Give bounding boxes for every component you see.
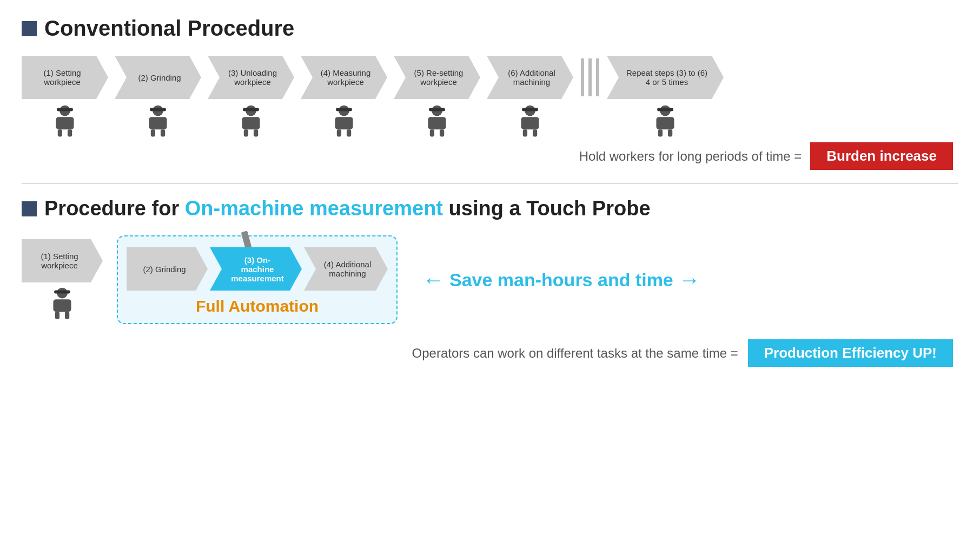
step4: (4) Measuring workpiece (301, 56, 387, 99)
burden-row: Hold workers for long periods of time = … (22, 142, 958, 170)
svg-rect-37 (55, 312, 59, 319)
section2-title-text: Procedure for On-machine measurement usi… (44, 197, 651, 220)
svg-rect-21 (428, 117, 446, 129)
svg-rect-24 (429, 108, 445, 111)
s2-step1: (1) Setting workpiece (22, 239, 103, 282)
section1-conventional: Conventional Procedure (1) Setting workp… (22, 16, 958, 184)
section1-title-text: Conventional Procedure (44, 16, 294, 41)
svg-rect-23 (440, 129, 444, 136)
step-wrapper-5: (5) Re-setting workpiece (394, 56, 480, 138)
svg-rect-7 (151, 129, 155, 136)
svg-rect-14 (243, 108, 259, 111)
step3: (3) Unloading workpiece (208, 56, 294, 99)
title-block-icon (22, 21, 37, 36)
s2-step2: (2) Grinding (127, 247, 208, 291)
step5: (5) Re-setting workpiece (394, 56, 480, 99)
step-repeat: Repeat steps (3) to (6) 4 or 5 times (607, 56, 724, 99)
svg-rect-22 (430, 129, 434, 136)
section2-title: Procedure for On-machine measurement usi… (22, 197, 958, 220)
save-text: Save man-hours and time (449, 269, 673, 291)
worker-icon-4 (330, 104, 357, 138)
worker-icon-6 (517, 104, 544, 138)
title-end: using a Touch Probe (443, 197, 651, 220)
s2-step3: (3) On-machine measurement (210, 247, 302, 291)
worker-icon-2 (144, 104, 171, 138)
svg-rect-38 (65, 312, 69, 319)
s2-step4: (4) Additional machining (304, 247, 388, 291)
svg-rect-26 (521, 117, 539, 129)
s2-step3-wrapper: (3) On-machine measurement (210, 247, 302, 291)
worker-icon-s2 (49, 287, 76, 320)
svg-rect-16 (335, 117, 353, 129)
step-wrapper-repeat: Repeat steps (3) to (6) 4 or 5 times (607, 56, 724, 138)
svg-rect-33 (668, 129, 672, 136)
svg-rect-39 (54, 291, 70, 294)
svg-rect-32 (658, 129, 663, 136)
svg-rect-3 (68, 129, 72, 136)
svg-rect-17 (337, 129, 341, 136)
step6: (6) Additional machining (487, 56, 573, 99)
svg-rect-19 (336, 108, 352, 111)
worker-icon-repeat (652, 104, 679, 138)
svg-rect-36 (53, 299, 71, 312)
s2-step1-wrapper: (1) Setting workpiece (22, 239, 103, 320)
worker-icon-5 (423, 104, 451, 138)
efficiency-badge: Production Efficiency UP! (748, 339, 953, 367)
bottom-row: Operators can work on different tasks at… (22, 339, 958, 367)
svg-rect-13 (254, 129, 258, 136)
step-wrapper-1: (1) Setting workpiece (22, 56, 108, 138)
svg-rect-28 (533, 129, 537, 136)
worker-icon-3 (237, 104, 264, 138)
step-wrapper-2: (2) Grinding (115, 56, 201, 138)
svg-rect-9 (150, 108, 166, 111)
arrow-left-icon: ← (422, 268, 444, 292)
double-bar-separator (581, 56, 599, 99)
step-wrapper-4: (4) Measuring workpiece (301, 56, 387, 138)
automation-steps: (2) Grinding (3) On-machine measurement … (127, 247, 388, 291)
svg-rect-8 (161, 129, 165, 136)
section1-title: Conventional Procedure (22, 16, 958, 41)
svg-rect-2 (58, 129, 62, 136)
conventional-steps: (1) Setting workpiece (2) Grinding (22, 56, 958, 138)
svg-rect-12 (244, 129, 248, 136)
title-block-icon-2 (22, 201, 37, 216)
automation-box: (2) Grinding (3) On-machine measurement … (117, 235, 398, 324)
svg-rect-29 (522, 108, 538, 111)
burden-description: Hold workers for long periods of time = (579, 149, 802, 164)
svg-rect-4 (57, 108, 73, 111)
save-row: ← Save man-hours and time → (422, 268, 700, 292)
bottom-description: Operators can work on different tasks at… (412, 346, 738, 361)
step-wrapper-3: (3) Unloading workpiece (208, 56, 294, 138)
worker-icon-1 (51, 104, 78, 138)
svg-rect-11 (242, 117, 260, 129)
svg-rect-34 (657, 108, 673, 111)
svg-rect-6 (149, 117, 167, 129)
arrow-right-icon: → (679, 268, 700, 292)
svg-rect-27 (523, 129, 527, 136)
svg-rect-1 (56, 117, 74, 129)
step2: (2) Grinding (115, 56, 201, 99)
section2-onmachine: Procedure for On-machine measurement usi… (22, 197, 958, 537)
svg-rect-31 (656, 117, 674, 129)
step-wrapper-6: (6) Additional machining (487, 56, 573, 138)
title-blue: On-machine measurement (185, 197, 443, 220)
title-start: Procedure for (44, 197, 185, 220)
step1: (1) Setting workpiece (22, 56, 108, 99)
burden-badge: Burden increase (810, 142, 953, 170)
svg-rect-18 (347, 129, 351, 136)
automation-label: Full Automation (196, 297, 319, 315)
